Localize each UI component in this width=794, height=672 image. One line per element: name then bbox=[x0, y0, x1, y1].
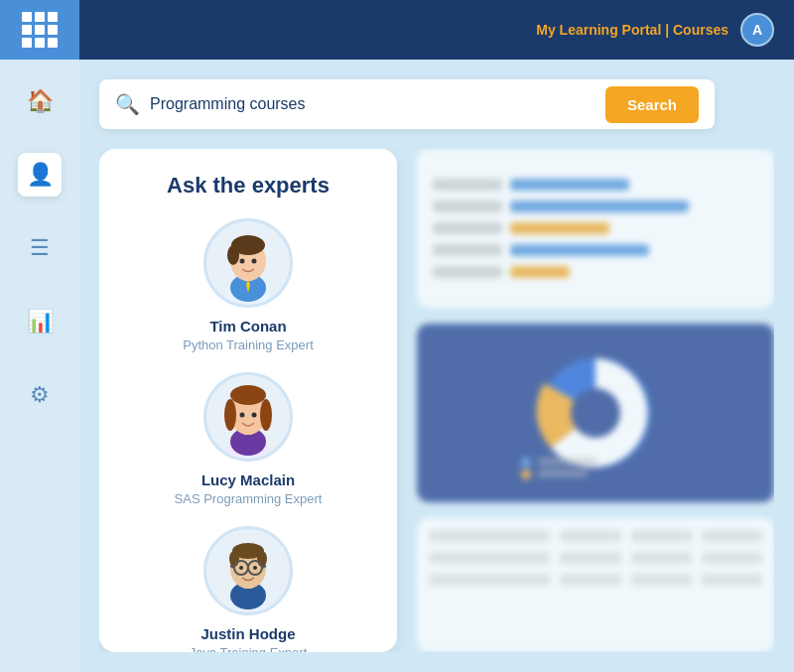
sidebar-item-profile[interactable]: 👤 bbox=[18, 153, 62, 197]
sidebar-item-home[interactable]: 🏠 bbox=[18, 79, 62, 123]
main-layout: 🏠 👤 ☰ 📊 ⚙ 🔍 Search Ask the experts bbox=[0, 60, 794, 672]
content-area: 🔍 Search Ask the experts bbox=[79, 60, 794, 672]
table-placeholder bbox=[417, 518, 774, 652]
sidebar-item-analytics[interactable]: 📊 bbox=[18, 300, 62, 343]
search-input[interactable] bbox=[150, 95, 596, 113]
courses-icon: ☰ bbox=[30, 235, 50, 261]
svg-point-16 bbox=[240, 413, 245, 418]
svg-point-6 bbox=[227, 245, 239, 265]
svg-rect-36 bbox=[538, 458, 597, 466]
sidebar: 🏠 👤 ☰ 📊 ⚙ bbox=[0, 60, 79, 672]
svg-point-31 bbox=[253, 566, 257, 570]
home-icon: 🏠 bbox=[27, 88, 54, 114]
settings-icon: ⚙ bbox=[30, 382, 50, 408]
portal-title-text: My Learning Portal | bbox=[536, 22, 673, 38]
app-logo-area[interactable] bbox=[0, 0, 79, 60]
right-blurred-content bbox=[417, 149, 774, 652]
expert-name-justin: Justin Hodge bbox=[200, 625, 295, 642]
svg-point-14 bbox=[224, 399, 236, 431]
expert-avatar-tim bbox=[203, 218, 293, 308]
content-row: Ask the experts bbox=[99, 149, 774, 652]
profile-icon: 👤 bbox=[27, 162, 54, 188]
search-icon: 🔍 bbox=[115, 92, 140, 116]
svg-point-34 bbox=[521, 458, 531, 468]
expert-role-tim: Python Training Expert bbox=[183, 337, 314, 352]
expert-role-lucy: SAS Programming Expert bbox=[175, 491, 323, 506]
svg-point-35 bbox=[521, 470, 531, 479]
bar-chart-area bbox=[417, 149, 774, 308]
portal-title: My Learning Portal | Courses bbox=[536, 22, 728, 38]
courses-highlight: Courses bbox=[673, 22, 728, 38]
svg-point-7 bbox=[240, 259, 245, 264]
experts-panel: Ask the experts bbox=[99, 149, 397, 652]
svg-rect-37 bbox=[538, 470, 588, 477]
header-right: My Learning Portal | Courses A bbox=[536, 13, 774, 47]
analytics-icon: 📊 bbox=[27, 309, 54, 335]
expert-avatar-justin bbox=[203, 526, 293, 615]
expert-item-tim[interactable]: Tim Conan Python Training Expert bbox=[119, 218, 377, 352]
svg-point-17 bbox=[252, 413, 257, 418]
expert-name-tim: Tim Conan bbox=[209, 318, 286, 335]
svg-point-33 bbox=[571, 388, 620, 438]
expert-name-lucy: Lucy Maclain bbox=[201, 471, 295, 488]
sidebar-item-settings[interactable]: ⚙ bbox=[18, 373, 62, 417]
search-bar-container: 🔍 Search bbox=[99, 79, 715, 129]
expert-avatar-lucy bbox=[203, 372, 293, 462]
pie-chart-card bbox=[417, 324, 774, 502]
svg-point-30 bbox=[239, 566, 243, 570]
experts-panel-title: Ask the experts bbox=[119, 173, 377, 199]
search-button[interactable]: Search bbox=[605, 86, 699, 123]
expert-item-justin[interactable]: Justin Hodge Java Training Expert bbox=[119, 526, 377, 652]
expert-role-justin: Java Training Expert bbox=[190, 645, 308, 652]
svg-point-13 bbox=[230, 385, 266, 405]
header: My Learning Portal | Courses A bbox=[0, 0, 794, 60]
grid-icon bbox=[22, 12, 58, 48]
svg-point-15 bbox=[260, 399, 272, 431]
svg-point-8 bbox=[252, 259, 257, 264]
expert-item-lucy[interactable]: Lucy Maclain SAS Programming Expert bbox=[119, 372, 377, 506]
user-avatar[interactable]: A bbox=[740, 13, 774, 47]
sidebar-item-courses[interactable]: ☰ bbox=[18, 226, 62, 270]
